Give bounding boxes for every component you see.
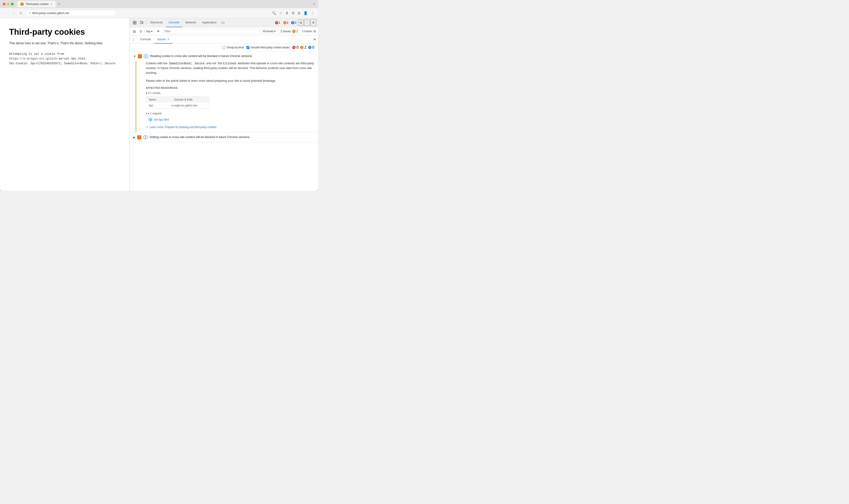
error-badge-orange: ⚠ 2	[282, 21, 289, 25]
issues-content: Group by kind Include third-party cookie…	[130, 43, 318, 191]
cookie-name-link[interactable]: 3pc	[149, 104, 153, 107]
group-by-kind-checkbox[interactable]	[222, 46, 225, 49]
request-section: ▾ ▾ 1 request 🌐 set-3pc.html	[146, 112, 314, 122]
minimize-window-button[interactable]	[7, 3, 10, 5]
profile-icon[interactable]: 👤	[302, 10, 309, 16]
issue-description-2: Please refer to the article linked to le…	[146, 78, 314, 83]
cookie-table: Name Domain & Path 3pc x-origin-src.glit…	[146, 96, 209, 109]
download-icon[interactable]: ⬇	[285, 10, 289, 16]
console-eye-button[interactable]: 👁	[155, 29, 161, 34]
search-icon[interactable]: 🔍	[271, 10, 277, 16]
devtools-more-tabs[interactable]: >>	[219, 21, 226, 24]
cookie-section-title[interactable]: ▾ ▾ 1 cookie	[146, 91, 314, 95]
issues-tab-close[interactable]: ✕	[167, 38, 170, 41]
menu-icon[interactable]: ⋮	[310, 10, 315, 16]
devtools-more-button[interactable]: ⋮	[304, 19, 310, 26]
console-clear-button[interactable]: ⊘	[138, 29, 144, 34]
cookie-section-label: ▾ 1 cookie	[148, 91, 160, 95]
devtools-tab-console[interactable]: Console	[166, 18, 182, 27]
tab-close-button[interactable]: ✕	[50, 3, 52, 6]
issue-title-2: Setting cookie in cross-site context wil…	[149, 135, 314, 139]
devtools-tab-application[interactable]: Application	[199, 18, 219, 27]
devtools-panel: Elements Console Network Application >> …	[129, 18, 318, 191]
issue-toggle-1[interactable]: ▼	[133, 55, 136, 58]
cookie-col-domain: Domain & Path	[174, 98, 193, 101]
console-gear-icon[interactable]: ⚙	[313, 30, 316, 33]
issue-description-1: Cookies with the SameSite=None; Secure a…	[146, 61, 314, 75]
refresh-button[interactable]: ↻	[18, 11, 24, 16]
devtools-tab-elements[interactable]: Elements	[148, 18, 165, 27]
devtools-device-icon[interactable]	[138, 20, 145, 26]
issues-blue-count: 0	[312, 46, 314, 50]
page-title: Third-party cookies	[9, 27, 120, 37]
cookie-table-header: Name Domain & Path	[146, 97, 209, 103]
browser-tab[interactable]: 🍪 Third-party cookies ✕	[17, 1, 56, 7]
issues-count-group: ✕ 0 ⚠ 2 ℹ 0	[292, 46, 314, 50]
split-view-icon[interactable]: ⧉	[297, 10, 301, 16]
issue-warn-badge-1: !	[138, 54, 142, 58]
window-expand-button[interactable]: ∨	[313, 2, 315, 6]
issue-count-badge-1: 1	[144, 54, 148, 58]
address-text: third-party-cookies.glitch.me	[32, 11, 69, 15]
issue-toggle-2[interactable]: ▶	[133, 136, 135, 139]
console-hidden-count: 3 hidden	[302, 30, 312, 33]
page-content: Third-party cookies This demo tries to s…	[0, 18, 129, 191]
cookie-table-row-1: 3pc x-origin-src.glitch.me/	[146, 103, 209, 109]
issue-header-2[interactable]: ▶ ! 1 Setting cookie in cross-site conte…	[130, 132, 318, 142]
external-link-icon: ↗	[146, 126, 148, 129]
back-button[interactable]: ←	[3, 11, 8, 16]
issue-warn-badge-2: !	[137, 135, 141, 139]
page-subtitle: This demo tries to set one. That's it. T…	[9, 41, 120, 45]
error-count-orange: 2	[287, 21, 288, 24]
include-third-party-group: Include third-party cookie issues	[246, 46, 289, 49]
error-icon-blue: ℹ	[291, 21, 294, 24]
levels-chevron-icon: ▾	[274, 30, 276, 33]
issues-orange-icon: ⚠	[300, 46, 303, 49]
devtools-close-button[interactable]: ✕	[311, 19, 316, 26]
include-third-party-checkbox[interactable]	[246, 46, 249, 49]
devtools-tab-network[interactable]: Network	[183, 18, 199, 27]
code-samesite: SameSite=None;	[168, 62, 193, 66]
issues-menu-button[interactable]: ⋮	[131, 37, 135, 41]
devtools-selector-icon[interactable]	[131, 20, 138, 26]
extensions-icon[interactable]: ⚙	[291, 10, 296, 16]
issue-title-1: Reading cookie in cross-site context wil…	[150, 54, 314, 58]
close-window-button[interactable]	[3, 3, 5, 5]
cookie-domain: x-origin-src.glitch.me/	[171, 104, 197, 107]
issues-toolbar: Group by kind Include third-party cookie…	[130, 43, 318, 52]
group-by-kind-label: Group by kind	[227, 46, 244, 49]
error-badge-red: ✕ 1	[274, 21, 281, 25]
tab-bar: 🍪 Third-party cookies ✕ +	[17, 1, 312, 7]
new-tab-button[interactable]: +	[57, 2, 61, 6]
request-section-title[interactable]: ▾ ▾ 1 request	[146, 112, 314, 115]
devtools-error-counts: ✕ 1 ⚠ 2 ℹ 2	[274, 21, 298, 25]
request-link[interactable]: set-3pc.html	[154, 118, 169, 121]
maximize-window-button[interactable]	[11, 3, 14, 5]
issue-header-1[interactable]: ▼ ! 1 Reading cookie in cross-site conte…	[130, 52, 318, 61]
issues-label: 2 Issues:	[281, 30, 291, 33]
issues-red-count: 0	[296, 46, 298, 50]
cookie-section: ▾ ▾ 1 cookie Name Domain & Path	[146, 91, 314, 109]
tab-title: Third-party cookies	[25, 2, 49, 6]
console-toolbar: ▤ ⊘ top ▾ 👁 All levels ▾ 2 Issues: ⚠ 2 3…	[130, 27, 318, 35]
issues-panel-close[interactable]: ✕	[313, 37, 316, 41]
cookie-toggle-icon: ▾	[146, 91, 147, 95]
console-sidebar-toggle[interactable]: ▤	[131, 29, 137, 34]
bookmark-icon[interactable]: ☆	[279, 10, 283, 16]
code-partitioned: Partitioned	[217, 62, 237, 66]
issues-red-icon: ✕	[292, 46, 296, 49]
issue-item-2: ▶ ! 1 Setting cookie in cross-site conte…	[130, 132, 318, 142]
console-filter-input[interactable]	[162, 29, 260, 34]
request-section-label: ▾ 1 request	[148, 112, 161, 115]
console-context-dropdown[interactable]: top ▾	[144, 29, 155, 34]
nav-icons: 🔍 ☆ ⬇ ⚙ ⧉ 👤 ⋮	[271, 10, 315, 16]
learn-more-link[interactable]: Learn more: Prepare for phasing out thir…	[149, 126, 216, 129]
log-line2: https://x-origin-src.glitch.me/set-3pc.h…	[9, 57, 87, 60]
devtools-settings-button[interactable]: ⚙	[298, 19, 304, 26]
issues-tab-issues[interactable]: Issues ✕	[154, 35, 173, 43]
console-levels-dropdown[interactable]: All levels ▾	[261, 29, 278, 34]
issues-tab-console[interactable]: Console	[137, 35, 154, 43]
error-count-red: 1	[279, 21, 280, 24]
address-bar[interactable]: ⊙ third-party-cookies.glitch.me	[25, 10, 116, 16]
forward-button[interactable]: →	[11, 11, 16, 16]
